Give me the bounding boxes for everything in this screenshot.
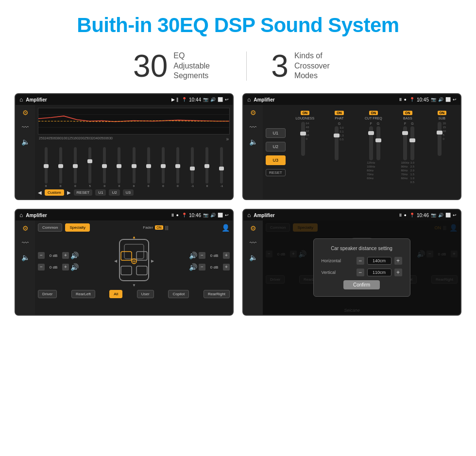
u2-btn[interactable]: U2 (109, 189, 119, 196)
u2-preset[interactable]: U2 (266, 142, 286, 152)
vol-icon-3[interactable]: 🔈 (21, 253, 30, 261)
bass-slider-g[interactable] (410, 126, 414, 160)
slider-thumb-8[interactable] (161, 164, 166, 168)
u1-preset[interactable]: U1 (266, 128, 286, 138)
vertical-label: Vertical (322, 270, 354, 275)
slider-track-11[interactable] (205, 147, 208, 184)
slider-track-8[interactable] (162, 147, 165, 184)
loudness-name: LOUDNESS (296, 117, 315, 120)
sub-slider[interactable] (438, 122, 442, 156)
rearright-btn[interactable]: RearRight (204, 290, 230, 298)
slider-thumb-7[interactable] (146, 164, 151, 168)
eq-val-4: 0 (104, 185, 105, 187)
slider-thumb-6[interactable] (132, 164, 136, 168)
ch-loudness: ON LOUDNESS 64 48 32 16 0 (289, 111, 321, 156)
tr-plus[interactable]: + (223, 252, 230, 259)
confirm-button[interactable]: Confirm (343, 280, 380, 289)
bl-minus[interactable]: − (38, 264, 45, 270)
horizontal-plus[interactable]: + (394, 257, 402, 265)
eq-sliders-container: 0 0 0 5 0 (38, 144, 230, 187)
common-btn[interactable]: Common (38, 223, 62, 232)
br-minus[interactable]: − (199, 264, 205, 270)
u1-btn[interactable]: U1 (95, 189, 106, 196)
slider-thumb-2[interactable] (73, 164, 78, 168)
cutfreq-slider-g[interactable] (376, 126, 380, 160)
slider-track-7[interactable] (147, 147, 150, 184)
pause-icon-1: ▶ ‖ (171, 97, 179, 102)
copilot-btn[interactable]: Copilot (168, 290, 189, 298)
vertical-plus[interactable]: + (394, 269, 402, 276)
eq-icon-2[interactable]: ⚙ (250, 109, 256, 117)
cutfreq-slider-f[interactable] (369, 126, 373, 160)
wave-icon-3[interactable]: 〰 (22, 239, 29, 247)
br-speaker-icon: 🔊 (189, 263, 197, 271)
slider-track-9[interactable] (176, 147, 179, 184)
u3-btn[interactable]: U3 (123, 189, 134, 196)
bl-plus[interactable]: + (62, 264, 69, 270)
slider-thumb-9[interactable] (175, 164, 180, 168)
bl-speaker-icon: 🔊 (70, 263, 79, 271)
dialog-overlay: Car speaker distance setting Horizontal … (263, 220, 460, 315)
rearleft-btn[interactable]: RearLeft (71, 290, 95, 298)
bass-slider-f[interactable] (403, 126, 407, 160)
slider-track-12[interactable] (220, 147, 223, 184)
wave-icon-2[interactable]: 〰 (250, 123, 256, 131)
wave-icon[interactable]: 〰 (22, 123, 29, 131)
slider-thumb-10[interactable] (190, 167, 195, 170)
loudness-slider-1[interactable] (301, 122, 305, 156)
eq-icon-3[interactable]: ⚙ (22, 224, 29, 232)
vol-icon-2[interactable]: 🔈 (249, 138, 257, 146)
slider-track-3[interactable] (88, 147, 91, 184)
vertical-minus[interactable]: − (357, 269, 364, 276)
home-icon-1[interactable]: ⌂ (19, 96, 23, 103)
wave-icon-4[interactable]: 〰 (250, 239, 256, 247)
phat-slider[interactable] (335, 126, 339, 160)
tl-minus[interactable]: − (38, 252, 45, 259)
horizontal-minus[interactable]: − (357, 257, 364, 265)
slider-track-4[interactable] (103, 147, 106, 184)
horizontal-row: Horizontal − 140cm + (322, 257, 402, 265)
slider-thumb-12[interactable] (219, 167, 224, 170)
slider-track-6[interactable] (133, 147, 136, 184)
slider-thumb-5[interactable] (117, 164, 121, 168)
slider-track-5[interactable] (118, 147, 120, 184)
tl-plus[interactable]: + (62, 252, 69, 259)
slider-thumb-4[interactable] (102, 164, 107, 168)
profile-icon[interactable]: 👤 (221, 224, 230, 232)
next-btn[interactable]: ▶ (67, 190, 71, 195)
driver-btn[interactable]: Driver (38, 290, 57, 298)
slider-thumb-0[interactable] (44, 164, 49, 168)
eq-icon-4[interactable]: ⚙ (250, 224, 256, 232)
slider-track-0[interactable] (45, 147, 48, 184)
all-btn[interactable]: All (109, 290, 122, 298)
reset-btn-1[interactable]: RESET (74, 189, 93, 196)
prev-btn[interactable]: ◀ (38, 190, 42, 195)
slider-thumb-3[interactable] (87, 159, 92, 163)
eq-icon[interactable]: ⚙ (22, 109, 29, 117)
slider-track-1[interactable] (59, 147, 62, 184)
br-plus[interactable]: + (223, 264, 230, 270)
slider-track-10[interactable] (191, 147, 194, 184)
vertical-row: Vertical − 110cm + (322, 269, 402, 276)
bass-f: F 100Hz 90Hz 80Hz 70Hz 60Hz (401, 122, 409, 184)
vol-icon[interactable]: 🔈 (21, 138, 30, 146)
screen4-time: 10:46 (417, 213, 429, 218)
slider-track-2[interactable] (74, 147, 77, 184)
home-icon-2[interactable]: ⌂ (247, 96, 251, 103)
home-icon-4[interactable]: ⌂ (247, 212, 251, 219)
u3-preset[interactable]: U3 (266, 155, 286, 165)
br-value: 0 dB (207, 265, 221, 270)
home-icon-3[interactable]: ⌂ (19, 212, 23, 219)
ch-sub: ON SUB 20 15 10 5 0 (426, 111, 458, 156)
custom-btn[interactable]: Custom (45, 189, 64, 196)
reset-btn-2[interactable]: RESET (266, 169, 286, 176)
user-btn[interactable]: User (137, 290, 154, 298)
slider-thumb-1[interactable] (58, 164, 63, 168)
vol-icon-4[interactable]: 🔈 (249, 253, 257, 261)
slider-thumb-11[interactable] (204, 164, 209, 168)
tr-minus[interactable]: − (199, 252, 205, 259)
specialty-btn[interactable]: Specialty (65, 223, 89, 232)
svg-text:▲: ▲ (132, 235, 136, 239)
scroll-arrows[interactable]: » (226, 136, 229, 142)
bass-freq-labels: 100Hz 90Hz 80Hz 70Hz 60Hz (401, 161, 409, 180)
